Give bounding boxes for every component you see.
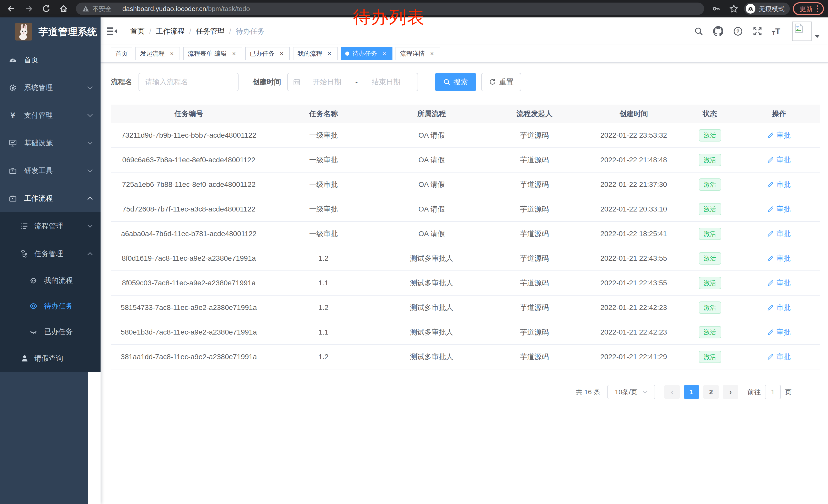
app-logo-row[interactable]: 芋道管理系统	[0, 17, 100, 46]
approve-link[interactable]: 审批	[767, 131, 791, 140]
dashboard-icon	[9, 56, 17, 64]
tab-start-process[interactable]: 发起流程×	[135, 47, 180, 60]
approve-link[interactable]: 审批	[767, 254, 791, 263]
eye-closed-icon	[29, 327, 37, 336]
tab-done-tasks[interactable]: 已办任务×	[245, 47, 290, 60]
browser-back-button[interactable]	[4, 2, 18, 16]
date-range-picker[interactable]: 开始日期 - 结束日期	[287, 73, 418, 91]
approve-link[interactable]: 审批	[767, 204, 791, 214]
browser-forward-button[interactable]	[22, 2, 36, 16]
font-size-button[interactable]: TT	[772, 27, 780, 36]
sidebar-item-payment[interactable]: ¥ 支付管理	[0, 101, 100, 129]
close-icon[interactable]: ×	[168, 50, 175, 57]
create-time-cell: 2022-01-21 22:41:29	[586, 345, 681, 369]
breadcrumb-task-management[interactable]: 任务管理	[196, 27, 225, 36]
active-tab-dot	[345, 51, 349, 56]
close-icon[interactable]: ×	[230, 50, 238, 57]
page-button-2[interactable]: 2	[703, 385, 719, 399]
chevron-down-icon	[643, 391, 648, 394]
branch-tree-icon	[20, 250, 29, 258]
sidebar-item-workflow[interactable]: 工作流程	[0, 185, 100, 212]
sidebar-item-my-process[interactable]: 我的流程	[0, 268, 100, 293]
help-button[interactable]: ?	[733, 27, 743, 36]
chevron-down-icon	[87, 224, 93, 228]
sidebar-item-leave-query[interactable]: 请假查询	[0, 345, 100, 372]
search-button[interactable]: 搜索	[435, 73, 476, 91]
browser-menu-icon[interactable]	[817, 5, 818, 12]
prev-page-button[interactable]: ‹	[664, 385, 680, 399]
breadcrumb-separator: /	[189, 27, 191, 35]
end-date-placeholder[interactable]: 结束日期	[360, 77, 412, 87]
tab-process-form-edit[interactable]: 流程表单-编辑×	[183, 47, 242, 60]
edit-pen-icon	[767, 255, 774, 262]
goto-page-input[interactable]	[765, 385, 781, 399]
sidebar-item-system[interactable]: 系统管理	[0, 74, 100, 101]
url-path[interactable]: /bpm/task/todo	[206, 5, 250, 13]
browser-home-button[interactable]	[56, 2, 71, 16]
chevron-down-icon	[815, 35, 820, 38]
table-row: 8f0d1619-7ac8-11ec-a9e2-a2380e71991a 1.2…	[111, 246, 820, 271]
close-icon[interactable]: ×	[278, 50, 285, 57]
next-page-button[interactable]: ›	[723, 385, 738, 399]
approve-link[interactable]: 审批	[767, 229, 791, 239]
sidebar-item-home[interactable]: 首页	[0, 46, 100, 74]
approve-link[interactable]: 审批	[767, 303, 791, 313]
breadcrumb-current: 待办任务	[236, 27, 264, 36]
goto-page: 前往 页	[747, 385, 792, 399]
task-name-cell: 1.1	[267, 271, 380, 295]
start-date-placeholder[interactable]: 开始日期	[301, 77, 353, 87]
user-avatar-menu[interactable]	[792, 21, 820, 41]
close-icon[interactable]: ×	[326, 50, 333, 57]
tab-todo-tasks[interactable]: 待办任务×	[341, 47, 392, 60]
fullscreen-button[interactable]	[753, 27, 762, 36]
reset-button[interactable]: 重置	[481, 73, 521, 91]
avatar[interactable]	[792, 21, 812, 41]
update-label[interactable]: 更新	[799, 4, 813, 13]
breadcrumb-workflow[interactable]: 工作流程	[156, 27, 185, 36]
password-key-button[interactable]	[709, 2, 723, 16]
page-size-select[interactable]: 10条/页	[608, 385, 655, 399]
sidebar-item-task-management[interactable]: 任务管理	[0, 240, 100, 268]
process-cell: 测试多审批人	[380, 345, 483, 369]
close-icon[interactable]: ×	[428, 50, 436, 57]
sidebar-item-todo-tasks[interactable]: 待办任务	[0, 293, 100, 319]
tab-process-detail[interactable]: 流程详情×	[396, 47, 440, 60]
create-time-cell: 2022-01-21 22:42:23	[586, 295, 681, 320]
sidebar-item-done-tasks[interactable]: 已办任务	[0, 319, 100, 345]
sidebar-item-dev-tools[interactable]: 研发工具	[0, 157, 100, 185]
task-id-cell: 381aa1dd-7ac8-11ec-a9e2-a2380e71991a	[111, 345, 267, 369]
chevron-down-icon	[87, 169, 93, 173]
approve-link[interactable]: 审批	[767, 278, 791, 288]
breadcrumb-home[interactable]: 首页	[130, 27, 145, 36]
sidebar-item-process-management[interactable]: 流程管理	[0, 212, 100, 240]
approve-link[interactable]: 审批	[767, 352, 791, 362]
approve-link[interactable]: 审批	[767, 327, 791, 337]
status-badge: 激活	[699, 277, 721, 289]
sidebar-collapse-button[interactable]	[107, 27, 117, 36]
bookmark-star-button[interactable]	[727, 2, 741, 16]
browser-update-button[interactable]: 更新	[793, 2, 824, 15]
edit-pen-icon	[767, 206, 774, 213]
header-search-button[interactable]	[694, 27, 703, 36]
github-link[interactable]	[713, 26, 723, 36]
approve-link[interactable]: 审批	[767, 155, 791, 165]
browser-reload-button[interactable]	[39, 2, 53, 16]
monitor-chart-icon	[9, 139, 17, 147]
task-id-cell: a6aba0a4-7b6d-11ec-b781-acde48001122	[111, 222, 267, 246]
close-icon[interactable]: ×	[381, 50, 388, 57]
sidebar-item-infrastructure[interactable]: 基础设施	[0, 129, 100, 157]
col-task-name: 任务名称	[267, 104, 380, 123]
approve-link[interactable]: 审批	[767, 180, 791, 189]
app-logo	[15, 23, 32, 41]
task-id-cell: 73211d9d-7b9b-11ec-b5b7-acde48001122	[111, 123, 267, 148]
task-name-cell: 一级审批	[267, 222, 380, 246]
tree-list-icon	[20, 222, 29, 230]
url-host[interactable]: dashboard.yudao.iocoder.cn	[122, 5, 206, 13]
table-header-row: 任务编号 任务名称 所属流程 流程发起人 创建时间 状态 操作	[111, 104, 820, 123]
process-name-label: 流程名	[111, 77, 132, 87]
page-button-1[interactable]: 1	[684, 385, 699, 399]
tab-my-process[interactable]: 我的流程×	[293, 47, 338, 60]
security-status-label[interactable]: 不安全	[92, 5, 112, 13]
tab-home[interactable]: 首页	[111, 47, 132, 60]
process-name-input[interactable]	[138, 73, 239, 91]
